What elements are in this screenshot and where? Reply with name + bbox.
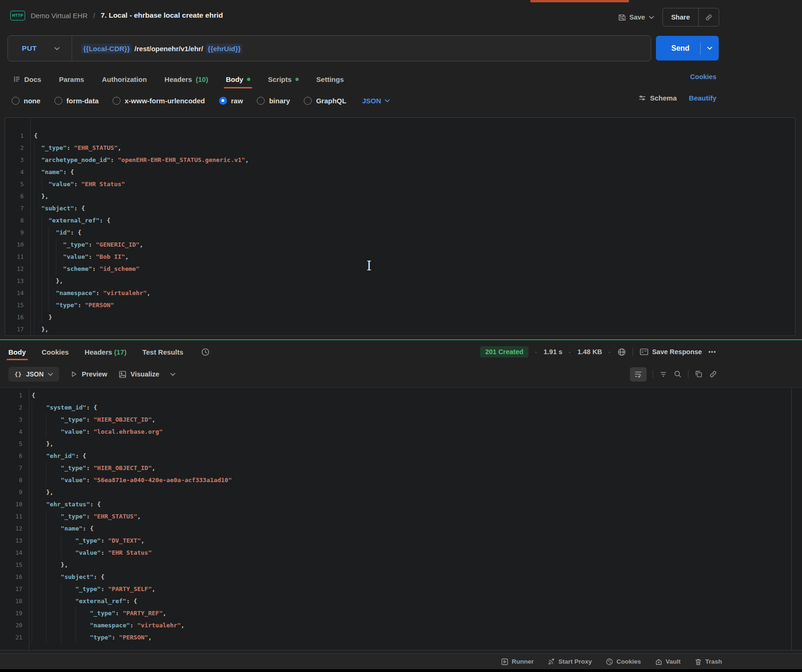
image-icon (119, 370, 127, 378)
line-number: 8 (0, 474, 22, 486)
divider (633, 348, 633, 356)
radio-graphql[interactable]: GraphQL (304, 97, 346, 105)
link-icon[interactable] (709, 370, 717, 378)
collection-name[interactable]: Demo Virtual EHR (31, 12, 87, 20)
runner-icon (501, 658, 508, 665)
language-selector[interactable]: JSON (362, 97, 390, 105)
line-number: 2 (0, 402, 22, 414)
code-text: "value": "EHR Status" (22, 547, 152, 559)
code-text: }, (24, 323, 48, 336)
search-icon[interactable] (674, 370, 682, 378)
response-tabs: Body Cookies Headers (17) Test Results (0, 348, 210, 356)
tab-label: Scripts (268, 75, 292, 83)
line-number: 15 (0, 559, 22, 571)
line-number: 11 (0, 511, 22, 523)
save-response-label: Save Response (652, 348, 702, 356)
beautify-button[interactable]: Beautify (689, 94, 716, 102)
url-input[interactable]: {{Local-CDR}} /rest/openehr/v1/ehr/ {{eh… (72, 44, 242, 54)
send-options-button[interactable] (707, 47, 712, 50)
line-number: 8 (5, 215, 24, 227)
response-tab-body[interactable]: Body (8, 348, 26, 356)
vault-button[interactable]: Vault (655, 658, 681, 665)
tab-headers[interactable]: Headers(10) (165, 75, 208, 83)
response-header-bar: Body Cookies Headers (17) Test Results 2… (0, 342, 802, 362)
response-format-selector[interactable]: {} JSON (8, 367, 59, 382)
globe-icon[interactable] (617, 348, 626, 356)
cookies-button[interactable]: Cookies (606, 658, 641, 665)
tab-label: Cookies (42, 348, 69, 356)
tab-scripts[interactable]: Scripts (268, 75, 299, 83)
response-time[interactable]: 1.91 s (543, 348, 562, 356)
code-line: 11"value": "Bob II", (5, 251, 795, 263)
line-number: 7 (5, 202, 24, 215)
tab-label: Headers (85, 348, 112, 356)
line-number: 2 (5, 142, 24, 154)
url-variable: {{ehrUid}} (206, 44, 243, 54)
method-selector[interactable]: PUT (8, 44, 54, 53)
code-text: "type": "PERSON" (24, 299, 114, 311)
tab-authorization[interactable]: Authorization (102, 75, 147, 83)
body-dot-indicator (247, 78, 250, 81)
status-badge[interactable]: 201 Created (480, 346, 528, 357)
scrollbar[interactable] (791, 388, 792, 650)
copy-icon[interactable] (695, 370, 703, 378)
code-line: 3"_type": "HIER_OBJECT_ID", (0, 414, 802, 426)
share-button[interactable]: Share (663, 13, 698, 21)
runner-label: Runner (512, 658, 534, 665)
radio-binary[interactable]: binary (257, 97, 290, 105)
schema-button[interactable]: Schema (638, 94, 677, 102)
method-chevron-icon[interactable] (54, 47, 60, 50)
visualize-chevron-icon[interactable] (170, 373, 175, 376)
dot-separator: · (608, 349, 610, 356)
response-divider[interactable] (0, 339, 802, 340)
code-text: "ehr_id": { (22, 450, 86, 462)
save-chevron-icon[interactable] (649, 16, 654, 19)
radio-label: none (24, 97, 40, 105)
tab-label: Body (226, 75, 243, 83)
response-tab-test-results[interactable]: Test Results (142, 348, 183, 356)
request-title[interactable]: 7. Local - ehrbase local create ehrid (100, 11, 223, 20)
start-proxy-button[interactable]: Start Proxy (548, 658, 592, 665)
wrap-text-button[interactable] (630, 367, 647, 382)
history-clock-icon (201, 348, 210, 356)
save-response-button[interactable]: Save Response (640, 348, 702, 356)
code-line: 12"name": { (0, 523, 802, 535)
tab-params[interactable]: Params (59, 75, 84, 83)
more-options-button[interactable]: ••• (708, 349, 716, 355)
code-text: }, (22, 486, 53, 498)
radio-none[interactable]: none (12, 97, 40, 105)
format-label: JSON (26, 370, 44, 378)
radio-form-data[interactable]: form-data (54, 97, 99, 105)
code-line: 9"id": { (5, 227, 795, 239)
response-body-viewer[interactable]: 1{2"system_id": {3"_type": "HIER_OBJECT_… (0, 387, 802, 651)
radio-urlencoded[interactable]: x-www-form-urlencoded (113, 97, 205, 105)
line-number: 11 (5, 251, 24, 263)
code-line: 17}, (5, 323, 795, 336)
code-line: 5"value": "EHR Status" (5, 178, 795, 190)
tab-docs[interactable]: Docs (13, 75, 41, 83)
radio-raw[interactable]: raw (219, 97, 243, 105)
history-button[interactable] (201, 348, 210, 356)
trash-button[interactable]: Trash (695, 658, 722, 665)
runner-button[interactable]: Runner (501, 658, 534, 665)
send-button[interactable]: Send (671, 44, 700, 53)
response-size[interactable]: 1.48 KB (577, 348, 602, 356)
line-number: 10 (0, 498, 22, 511)
response-tab-cookies[interactable]: Cookies (42, 348, 69, 356)
tab-body[interactable]: Body (226, 75, 250, 83)
visualize-button[interactable]: Visualize (119, 370, 160, 378)
url-variable: {{Local-CDR}} (81, 44, 132, 54)
trash-label: Trash (705, 658, 722, 665)
response-tab-headers[interactable]: Headers (17) (85, 348, 127, 356)
active-tab-underline (224, 87, 252, 88)
filter-icon[interactable] (659, 370, 668, 378)
tab-settings[interactable]: Settings (316, 75, 344, 83)
preview-button[interactable]: Preview (70, 370, 107, 378)
line-number: 6 (0, 450, 22, 462)
code-line: 3"archetype_node_id": "openEHR-EHR-EHR_S… (5, 154, 795, 166)
cookies-link[interactable]: Cookies (690, 73, 716, 81)
radio-label: binary (269, 97, 290, 105)
copy-link-button[interactable] (699, 13, 719, 21)
save-button[interactable]: Save (618, 13, 654, 21)
request-body-editor[interactable]: 1{2"_type": "EHR_STATUS",3"archetype_nod… (5, 117, 795, 336)
